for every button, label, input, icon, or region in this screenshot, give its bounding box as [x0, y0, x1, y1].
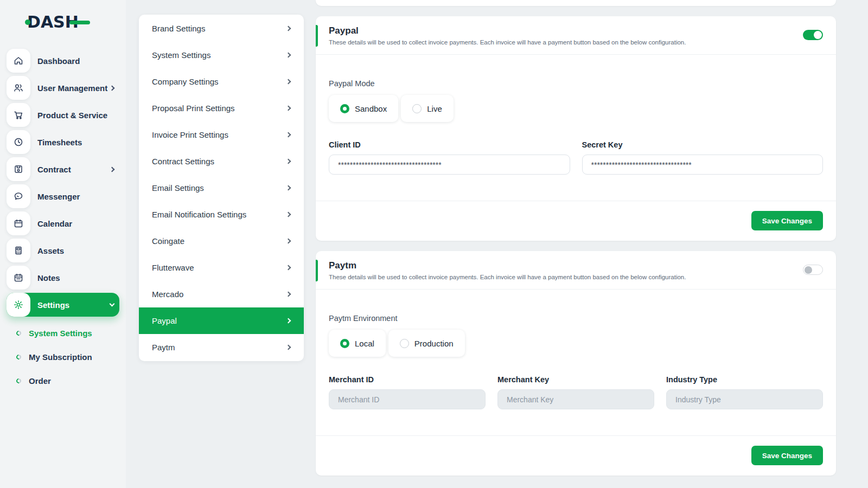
- settings-menu-item-proposal-print-settings[interactable]: Proposal Print Settings: [139, 95, 304, 121]
- sidebar-item-settings[interactable]: Settings: [7, 293, 119, 317]
- subnav-item-my-subscription[interactable]: My Subscription: [16, 345, 119, 369]
- sidebar-item-label: Settings: [37, 300, 69, 310]
- paypal-mode-sandbox[interactable]: Sandbox: [329, 95, 398, 122]
- assets-icon: [7, 239, 30, 262]
- sidebar-item-contract[interactable]: Contract: [7, 157, 119, 181]
- subnav-item-order[interactable]: Order: [16, 369, 119, 393]
- paypal-toggle[interactable]: [803, 30, 823, 40]
- menu-item-label: Brand Settings: [152, 24, 205, 33]
- chevron-right-icon: [286, 185, 291, 191]
- menu-item-label: System Settings: [152, 50, 210, 60]
- settings-menu-item-brand-settings[interactable]: Brand Settings: [139, 15, 304, 42]
- calendar-icon: [7, 211, 30, 235]
- settings-menu-item-flutterwave[interactable]: Flutterwave: [139, 254, 304, 281]
- subnav-item-label: My Subscription: [29, 352, 92, 362]
- radio-label: Live: [427, 104, 442, 113]
- sidebar-item-calendar[interactable]: Calendar: [7, 211, 119, 235]
- secret-key-input[interactable]: [582, 155, 824, 175]
- client-id-input[interactable]: [329, 155, 570, 175]
- notes-icon: [7, 266, 30, 290]
- paytm-card: Paytm These details will be used to coll…: [316, 251, 836, 476]
- sidebar-item-messenger[interactable]: Messenger: [7, 184, 119, 208]
- paypal-card: Paypal These details will be used to col…: [316, 16, 836, 241]
- previous-card-bottom-edge: [316, 0, 836, 6]
- industry-type-input[interactable]: [666, 389, 823, 409]
- paypal-description: These details will be used to collect in…: [329, 39, 686, 46]
- chevron-right-icon: [286, 159, 291, 164]
- settings-menu-item-email-notification-settings[interactable]: Email Notification Settings: [139, 201, 304, 228]
- settings-menu-item-system-settings[interactable]: System Settings: [139, 42, 304, 68]
- sidebar-item-label: Timesheets: [37, 138, 82, 147]
- main-content: Paypal These details will be used to col…: [316, 0, 836, 476]
- paypal-title: Paypal: [329, 25, 686, 36]
- settings-menu-item-invoice-print-settings[interactable]: Invoice Print Settings: [139, 121, 304, 148]
- paypal-mode-label: Paypal Mode: [329, 79, 823, 88]
- merchant-id-input[interactable]: [329, 389, 486, 409]
- paytm-env-local[interactable]: Local: [329, 330, 386, 357]
- radio-selected-icon: [340, 339, 349, 348]
- sidebar-item-label: Product & Service: [37, 111, 107, 120]
- paytm-description: These details will be used to collect in…: [329, 274, 686, 280]
- paypal-card-header: Paypal These details will be used to col…: [316, 16, 836, 55]
- accent-bar: [316, 260, 318, 281]
- settings-menu-item-company-settings[interactable]: Company Settings: [139, 68, 304, 95]
- merchant-id-label: Merchant ID: [329, 375, 486, 384]
- radio-selected-icon: [340, 104, 349, 113]
- settings-menu-item-coingate[interactable]: Coingate: [139, 228, 304, 254]
- cart-icon: [7, 103, 30, 127]
- sidebar-item-label: Assets: [37, 246, 64, 255]
- paypal-mode-live[interactable]: Live: [401, 95, 454, 122]
- sidebar-item-label: User Management: [37, 84, 107, 93]
- paytm-save-button[interactable]: Save Changes: [751, 446, 823, 465]
- sidebar-item-timesheets[interactable]: Timesheets: [7, 130, 119, 154]
- settings-menu-item-paytm[interactable]: Paytm: [139, 334, 304, 361]
- accent-bar: [316, 25, 318, 47]
- paytm-toggle[interactable]: [803, 265, 823, 275]
- settings-menu-item-contract-settings[interactable]: Contract Settings: [139, 148, 304, 175]
- client-id-field-group: Client ID: [329, 140, 570, 175]
- secret-key-label: Secret Key: [582, 140, 824, 149]
- sidebar-item-notes[interactable]: Notes: [7, 266, 119, 290]
- paytm-card-body: Paytm Environment Local Production Merch…: [316, 290, 836, 435]
- menu-item-label: Coingate: [152, 236, 184, 246]
- chevron-right-icon: [286, 345, 291, 350]
- settings-menu-item-paypal[interactable]: Paypal: [139, 307, 304, 334]
- paypal-card-footer: Save Changes: [316, 201, 836, 241]
- sidebar-item-user-management[interactable]: User Management: [7, 76, 119, 100]
- paytm-env-production[interactable]: Production: [388, 330, 465, 357]
- settings-menu-item-mercado[interactable]: Mercado: [139, 281, 304, 307]
- radio-label: Local: [355, 339, 374, 348]
- sidebar-item-product-service[interactable]: Product & Service: [7, 103, 119, 127]
- sidebar-item-label: Messenger: [37, 192, 80, 201]
- chevron-right-icon: [286, 53, 291, 58]
- toggle-knob: [814, 31, 822, 39]
- sidebar-item-assets[interactable]: Assets: [7, 239, 119, 262]
- toggle-knob: [805, 266, 812, 274]
- merchant-key-field-group: Merchant Key: [497, 375, 654, 409]
- gear-icon: [7, 293, 30, 317]
- sidebar: DASH Dashboard User Management Product &…: [0, 0, 126, 488]
- logo-dash-icon: [69, 21, 90, 24]
- sidebar-item-dashboard[interactable]: Dashboard: [7, 49, 119, 73]
- industry-type-label: Industry Type: [666, 375, 823, 384]
- menu-item-label: Paypal: [152, 316, 177, 325]
- chevron-right-icon: [286, 106, 291, 111]
- chevron-right-icon: [286, 265, 291, 271]
- merchant-id-field-group: Merchant ID: [329, 375, 486, 409]
- users-icon: [7, 76, 30, 100]
- chat-icon: [7, 184, 30, 208]
- merchant-key-input[interactable]: [497, 389, 654, 409]
- logo-dot-icon: [25, 20, 30, 25]
- sidebar-item-label: Notes: [37, 273, 60, 282]
- subnav-item-system-settings[interactable]: System Settings: [16, 321, 119, 345]
- chevron-right-icon: [110, 166, 115, 172]
- home-icon: [7, 49, 30, 73]
- paypal-save-button[interactable]: Save Changes: [751, 211, 823, 230]
- chevron-right-icon: [286, 212, 291, 217]
- settings-menu-item-email-settings[interactable]: Email Settings: [139, 175, 304, 201]
- clock-icon: [7, 130, 30, 154]
- menu-item-label: Contract Settings: [152, 157, 214, 166]
- menu-item-label: Invoice Print Settings: [152, 130, 228, 139]
- paytm-environment-options: Local Production: [329, 330, 823, 357]
- brand-logo: DASH: [25, 11, 119, 33]
